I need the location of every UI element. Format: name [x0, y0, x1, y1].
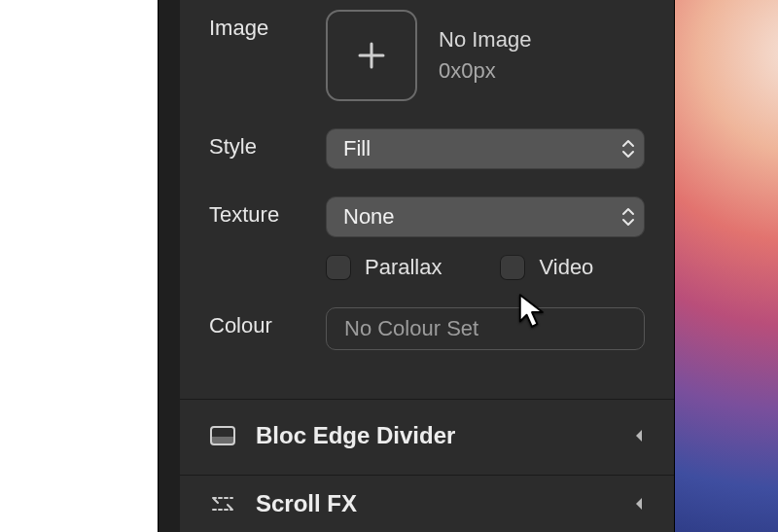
image-placeholder-size: 0x0px	[439, 58, 531, 84]
image-meta: No Image 0x0px	[439, 27, 531, 84]
style-label: Style	[209, 128, 326, 161]
disclosure-left-icon	[633, 428, 645, 443]
checkbox-box	[326, 255, 351, 280]
add-image-button[interactable]	[326, 10, 417, 101]
image-row: Image No Image 0x0px	[209, 10, 645, 101]
texture-row: Texture None	[209, 196, 645, 237]
style-value: Fill	[343, 136, 371, 161]
parallax-checkbox[interactable]: Parallax	[326, 255, 442, 280]
scroll-fx-icon	[209, 490, 236, 517]
texture-value: None	[343, 204, 395, 230]
options-row: Parallax Video	[209, 255, 645, 280]
section-title: Scroll FX	[256, 490, 633, 517]
style-select[interactable]: Fill	[326, 128, 645, 169]
updown-caret-icon	[621, 139, 635, 159]
section-scroll-fx[interactable]: Scroll FX	[180, 475, 674, 532]
style-row: Style Fill	[209, 128, 645, 169]
left-whitespace	[0, 0, 158, 532]
image-label: Image	[209, 10, 326, 43]
section-bloc-edge-divider[interactable]: Bloc Edge Divider	[180, 399, 674, 473]
svg-rect-1	[211, 437, 234, 444]
desktop-wallpaper	[671, 0, 778, 532]
video-checkbox[interactable]: Video	[500, 255, 593, 280]
disclosure-left-icon	[633, 496, 645, 512]
plus-icon	[354, 38, 389, 73]
video-checkbox-label: Video	[539, 255, 593, 280]
updown-caret-icon	[621, 207, 635, 227]
section-title: Bloc Edge Divider	[256, 422, 633, 449]
colour-field[interactable]: No Colour Set	[326, 307, 645, 350]
texture-select[interactable]: None	[326, 196, 645, 237]
colour-row: Colour No Colour Set	[209, 307, 645, 350]
texture-label: Texture	[209, 196, 326, 230]
parallax-checkbox-label: Parallax	[365, 255, 442, 280]
colour-value: No Colour Set	[344, 316, 478, 341]
colour-label: Colour	[209, 307, 326, 340]
inspector-panel: Image No Image 0x0px	[158, 0, 675, 532]
image-placeholder-title: No Image	[439, 27, 531, 53]
bloc-edge-divider-icon	[209, 422, 236, 449]
checkbox-box	[500, 255, 525, 280]
